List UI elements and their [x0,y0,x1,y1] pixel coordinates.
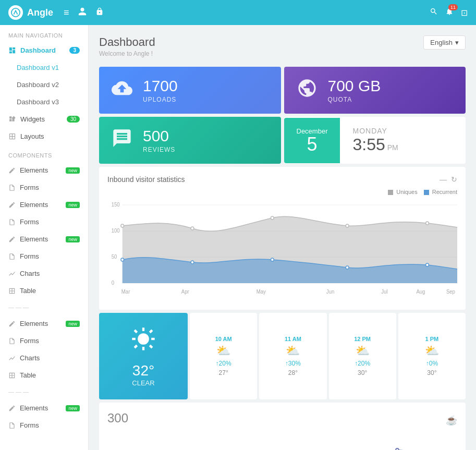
svg-point-17 [346,266,349,269]
app-logo[interactable]: Angle [8,5,53,20]
table-label-1: Table [20,287,36,295]
svg-point-11 [271,216,274,220]
sidebar-item-dashboard[interactable]: Dashboard 3 [0,42,88,59]
progress-number: 300 [107,411,128,425]
weather-temp-1: 27° [219,369,228,376]
forms-label-5: Forms [20,421,39,429]
layouts-label: Layouts [20,132,44,140]
elements-label-3: Elements [20,235,48,243]
sidebar-item-dashboard-v2[interactable]: Dashboard v2 [0,76,88,93]
search-icon[interactable] [430,7,438,18]
sidebar-item-forms-3[interactable]: Forms [0,248,88,265]
date-ampm: PM [387,143,398,152]
sidebar-item-more-1[interactable]: — — — [0,299,88,315]
notification-bell[interactable]: 11 [445,7,454,18]
svg-text:Jul: Jul [381,289,387,295]
svg-line-31 [135,330,137,333]
stat-card-uploads: 1700 UPLOADS [99,67,281,114]
main-nav-title: Main Navigation [0,25,88,42]
menu-icon[interactable]: ≡ [64,7,69,18]
weather-pct-4: ↑0% [426,360,438,367]
svg-point-0 [11,8,20,17]
page-title: Dashboard [99,35,155,49]
layouts-icon [8,132,16,140]
chat-icon [112,128,132,153]
sidebar-item-table-2[interactable]: Table [0,367,88,384]
date-day: 5 [307,135,317,154]
progress-line-chart [107,432,457,450]
svg-point-13 [426,222,429,225]
weather-pct-3: ↑20% [355,360,370,367]
svg-text:Aug: Aug [416,289,425,295]
forms-label-4: Forms [20,337,39,345]
coffee-icon: ☕ [446,415,457,426]
sidebar-item-charts-2[interactable]: Charts [0,349,88,367]
sidebar-item-dashboard-v3[interactable]: Dashboard v3 [0,93,88,111]
charts-label-1: Charts [20,270,40,277]
sidebar-item-forms-4[interactable]: Forms [0,332,88,349]
user-icon[interactable] [78,7,87,18]
sidebar-item-elements-1[interactable]: Elements new [0,162,88,179]
sidebar-item-table-1[interactable]: Table [0,282,88,299]
svg-line-34 [135,345,137,348]
forms-label-2: Forms [20,218,39,226]
globe-icon [297,78,318,103]
sidebar-item-elements-3[interactable]: Elements new [0,230,88,248]
refresh-icon[interactable]: ↻ [451,175,457,184]
sidebar-item-layouts[interactable]: Layouts [0,128,88,145]
sidebar-item-forms-1[interactable]: Forms [0,179,88,196]
legend-recurrent: Recurrent [424,189,457,195]
sidebar-item-widgets[interactable]: Widgets 30 [0,111,88,128]
legend-dot-uniques [388,190,393,195]
logo-icon [8,5,23,20]
chart-actions: — ↻ [440,175,457,184]
svg-line-32 [150,345,152,348]
stat-card-quota: 700 GB QUOTA [284,67,466,114]
weather-cloud-icon-4: ⛅ [425,344,439,358]
date-dow: MONDAY [352,127,398,135]
weather-cloud-icon-1: ⛅ [216,344,230,358]
svg-point-12 [346,224,349,227]
chart-title: Inbound visitor statistics [107,175,185,184]
weather-hour-3: 12 PM ⛅ ↑20% 30° [329,313,396,399]
svg-text:Mar: Mar [121,289,130,295]
svg-text:150: 150 [112,202,120,208]
grid-icon[interactable]: ⊡ [461,8,468,18]
sidebar-item-forms-2[interactable]: Forms [0,213,88,230]
svg-text:50: 50 [112,254,117,260]
minimize-icon[interactable]: — [440,175,447,184]
weather-section: 32° CLEAR 10 AM ⛅ ↑20% 27° 11 AM ⛅ ↑30% … [99,313,466,399]
date-left: December 5 [284,118,340,163]
quota-label: QUOTA [328,96,381,103]
svg-text:Apr: Apr [181,289,190,295]
visitor-chart-card: Inbound visitor statistics — ↻ Uniques R… [99,167,466,310]
sidebar-item-more-2[interactable]: — — — [0,384,88,399]
language-button[interactable]: English ▾ [423,35,466,50]
sidebar-item-dashboard-v1[interactable]: Dashboard v1 [0,59,88,76]
weather-temp-2: 28° [288,369,298,376]
widgets-label: Widgets [20,115,45,123]
quota-number: 700 GB [328,77,381,95]
stat-card-uploads-info: 1700 UPLOADS [143,77,178,103]
sidebar-item-charts-1[interactable]: Charts [0,265,88,282]
weather-time-4: 1 PM [425,336,439,342]
weather-main-card: 32° CLEAR [99,313,188,399]
sidebar-item-forms-5[interactable]: Forms [0,417,88,434]
sidebar: Main Navigation Dashboard 3 Dashboard v1… [0,25,89,450]
chart-legend: Uniques Recurrent [107,189,457,195]
elements-badge-3: new [66,236,80,242]
lock-icon[interactable] [95,7,104,18]
weather-pct-2: ↑30% [285,360,301,367]
sidebar-item-elements-5[interactable]: Elements new [0,399,88,417]
svg-text:Jun: Jun [326,289,334,295]
stat-card-reviews-info: 500 REVIEWS [143,127,175,153]
weather-pct-1: ↑20% [216,360,231,367]
progress-chart-card: 300 ☕ Actual progress [99,403,466,450]
reviews-number: 500 [143,127,175,145]
sidebar-item-elements-2[interactable]: Elements new [0,196,88,213]
dashboard-icon [8,46,16,54]
weather-time-2: 11 AM [285,336,301,342]
sun-icon [130,325,157,358]
svg-point-18 [426,263,429,266]
sidebar-item-elements-4[interactable]: Elements new [0,315,88,332]
